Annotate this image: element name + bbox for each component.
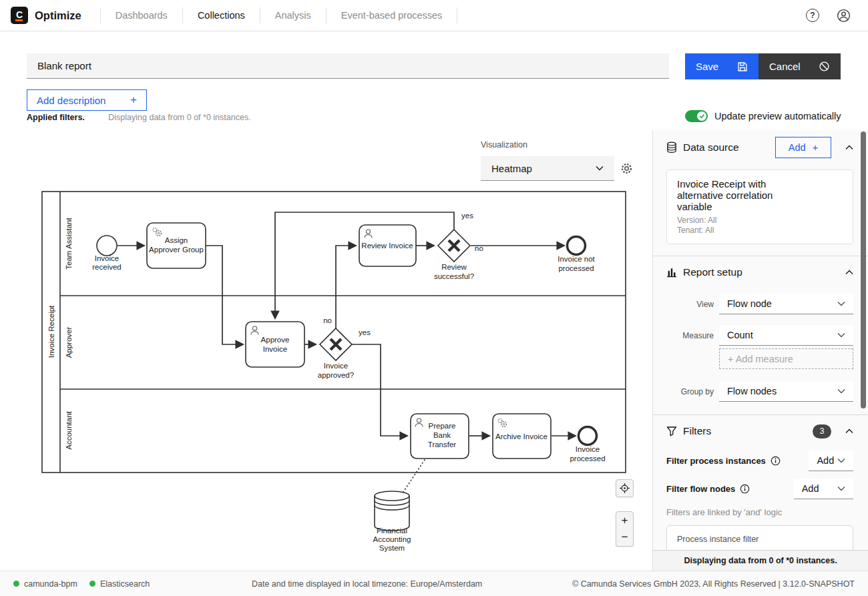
app-logo[interactable]: C Optimize	[0, 7, 100, 24]
filters-linked-note: Filters are linked by 'and' logic	[666, 507, 853, 517]
section-divider	[653, 256, 868, 256]
optimize-report-edit-page: C Optimize Dashboards Collections Analys…	[0, 0, 868, 596]
connection-status-camunda: camunda-bpm	[13, 579, 77, 589]
applied-filters-row: Applied filters. Displaying data from 0 …	[27, 113, 251, 122]
chevron-up-icon	[845, 270, 853, 275]
report-setup-title: Report setup	[683, 266, 742, 278]
chevron-down-icon	[837, 301, 845, 306]
diagram-zoom-out-button[interactable]: −	[616, 529, 634, 547]
data-source-version: Version: All	[677, 216, 843, 226]
task-archive-invoice: Archive Invoice	[493, 414, 551, 459]
help-icon[interactable]: ?	[806, 9, 819, 22]
instance-count-summary: Displaying data from 0 of *0 instances.	[108, 113, 250, 122]
product-name: Optimize	[35, 9, 81, 22]
svg-text:Accounting: Accounting	[373, 535, 411, 543]
svg-text:System: System	[379, 544, 405, 552]
auto-preview-label: Update preview automatically	[714, 111, 841, 121]
filters-header: Filters 3	[666, 420, 853, 442]
flow-label-no: no	[475, 244, 483, 252]
svg-text:approved?: approved?	[318, 371, 354, 379]
collapse-filters-button[interactable]	[845, 428, 853, 434]
data-source-card[interactable]: Invoice Receipt with alternative correla…	[666, 170, 853, 244]
diagram-reset-view-button[interactable]	[616, 479, 634, 497]
user-account-icon[interactable]	[837, 9, 851, 23]
info-icon[interactable]	[771, 456, 781, 466]
data-store-financial-accounting-system: Financial Accounting System	[373, 491, 411, 552]
svg-text:Review: Review	[441, 263, 467, 271]
svg-text:Invoice: Invoice	[95, 254, 119, 262]
data-store-association	[403, 460, 425, 492]
nav-item-dashboards[interactable]: Dashboards	[101, 10, 182, 21]
add-description-label: Add description	[37, 95, 105, 106]
toggle-knob	[697, 111, 706, 121]
nav-item-analysis[interactable]: Analysis	[260, 10, 326, 21]
filters-title: Filters	[683, 425, 711, 437]
cancel-button[interactable]: Cancel	[758, 53, 841, 79]
view-select[interactable]: Flow node	[719, 294, 853, 314]
filters-count-badge: 3	[813, 424, 831, 438]
svg-text:successful?: successful?	[434, 272, 474, 280]
add-data-source-button[interactable]: Add +	[775, 137, 831, 158]
camunda-logo-icon: C	[11, 7, 28, 24]
collapse-data-source-button[interactable]	[845, 145, 853, 150]
add-flow-node-filter-select[interactable]: Add	[794, 479, 853, 499]
report-config-sidebar: Data source Add + Invoice Receipt with a…	[652, 130, 868, 571]
svg-text:Approver Group: Approver Group	[149, 246, 204, 254]
svg-text:Invoice: Invoice	[576, 445, 600, 453]
gateway-invoice-approved: Invoice approved?	[318, 328, 354, 379]
diagram-zoom-in-button[interactable]: +	[616, 511, 634, 529]
task-assign-approver-group: Assign Approver Group	[147, 223, 206, 268]
add-process-instance-filter-select[interactable]: Add	[809, 451, 853, 471]
report-setup-header: Report setup	[666, 262, 853, 283]
add-measure-row: + Add measure	[666, 348, 853, 369]
svg-text:Invoice not: Invoice not	[558, 255, 595, 263]
flow-label-no: no	[323, 316, 332, 324]
group-by-label: Group by	[666, 387, 714, 396]
end-event-invoice-not-processed: Invoice not processed	[558, 237, 595, 273]
info-icon[interactable]	[740, 484, 750, 494]
report-name-input[interactable]	[27, 53, 669, 79]
copyright-note: © Camunda Services GmbH 2023, All Rights…	[572, 579, 855, 589]
sidebar-instance-summary: Displaying data from 0 of *0 instances.	[653, 550, 868, 571]
plus-icon: +	[130, 93, 137, 107]
sidebar-scrollbar[interactable]	[861, 131, 866, 408]
save-button[interactable]: Save	[685, 53, 758, 79]
group-by-select[interactable]: Flow nodes	[719, 381, 853, 402]
svg-text:Invoice: Invoice	[263, 345, 287, 353]
connection-status-elasticsearch: Elasticsearch	[89, 579, 150, 589]
group-by-row: Group by Flow nodes	[666, 381, 853, 402]
lane-label-team-assistant: Team Assistant	[65, 218, 73, 270]
update-preview-toggle[interactable]	[685, 110, 708, 122]
task-review-invoice: Review Invoice	[359, 225, 416, 266]
bpmn-diagram-canvas[interactable]: Invoice Receipt Team Assistant Approver …	[0, 127, 652, 571]
plus-icon: +	[813, 142, 818, 153]
nav-item-collections[interactable]: Collections	[183, 10, 260, 21]
data-source-title: Data source	[683, 141, 739, 154]
start-event-invoice-received: Invoice received	[92, 236, 121, 271]
end-event-invoice-processed: Invoice processed	[570, 427, 605, 463]
add-description-button[interactable]: Add description +	[27, 89, 147, 111]
process-instance-filter-label: Process instance filter	[677, 535, 758, 544]
lane-label-accountant: Accountant	[65, 410, 73, 449]
task-prepare-bank-transfer: Prepare Bank Transfer	[411, 414, 469, 459]
gateway-review-successful: Review successful?	[434, 230, 474, 280]
svg-text:Financial: Financial	[377, 527, 407, 535]
status-dot-icon	[13, 581, 19, 587]
crosshair-icon	[619, 483, 630, 494]
cancel-button-label: Cancel	[769, 61, 801, 72]
chevron-down-icon	[837, 388, 845, 394]
chevron-down-icon	[837, 458, 845, 463]
svg-text:processed: processed	[570, 455, 605, 463]
measure-row: Measure Count	[666, 325, 853, 346]
measure-select[interactable]: Count	[719, 325, 853, 346]
status-footer: camunda-bpm Elasticsearch Date and time …	[0, 571, 868, 596]
svg-text:received: received	[92, 263, 121, 271]
filter-flow-nodes-row: Filter flow nodes Add	[666, 479, 853, 499]
nav-item-event-based-processes[interactable]: Event-based processes	[327, 10, 457, 21]
collapse-report-setup-button[interactable]	[845, 270, 853, 275]
section-divider	[653, 414, 868, 415]
save-button-label: Save	[696, 61, 718, 72]
nav-divider	[457, 7, 457, 23]
chart-icon	[666, 267, 677, 278]
add-measure-button[interactable]: + Add measure	[719, 348, 853, 369]
